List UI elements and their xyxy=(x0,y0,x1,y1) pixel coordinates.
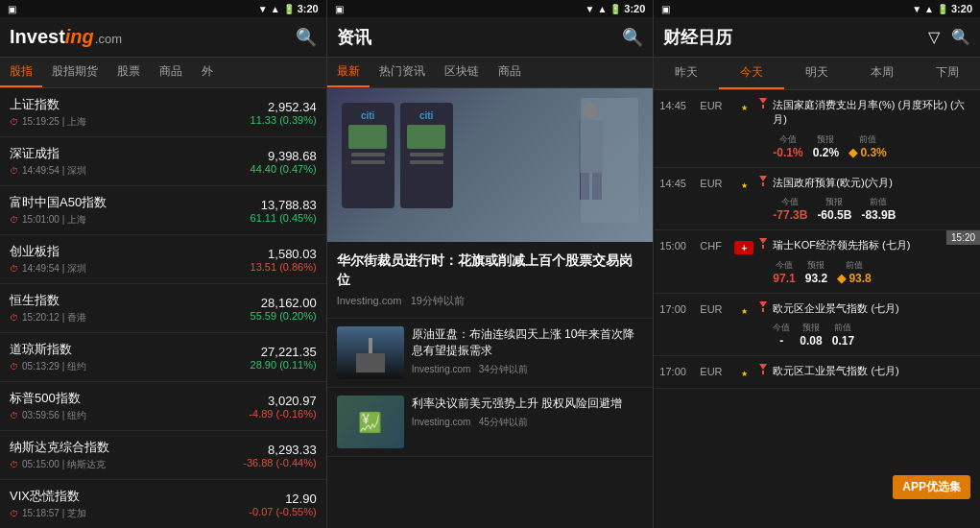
tab-this-week[interactable]: 本周 xyxy=(849,58,915,89)
cal-indicator-4 xyxy=(759,364,767,374)
stock-price-3: 1,580.03 xyxy=(268,247,317,261)
cal-values-0: 今值 -0.1% 预报 0.2% 前值 ◆ 0.3% xyxy=(773,133,974,159)
stock-item[interactable]: VIX恐慌指数 ⏱ 15:18:57 | 芝加 12.90 -0.07 (-0.… xyxy=(0,480,326,528)
cal-event-3[interactable]: 17:00 EUR 欧元区企业景气指数 (七月) 今值 - 预报 0.08 xyxy=(654,294,980,356)
tab-commodities-news[interactable]: 商品 xyxy=(489,58,531,87)
cal-title-2: 瑞士KOF经济领先指标 (七月) xyxy=(773,238,974,252)
cal-val-label-0-0: 今值 xyxy=(779,133,797,146)
small-article-1[interactable]: 原油亚盘：布油连续四天上涨 10年来首次降息有望提振需求 Investing.c… xyxy=(327,319,654,388)
cal-event-0[interactable]: 14:45 EUR 法国家庭消费支出月率(%) (月度环比) (六月) 今值 -… xyxy=(654,90,980,168)
main-source: Investing.com 19分钟以前 xyxy=(337,294,644,308)
stock-name-6: 标普500指数 xyxy=(10,390,86,407)
stock-right-0: 2,952.34 11.33 (0.39%) xyxy=(251,100,317,126)
status-left-icon-2: ▣ xyxy=(335,4,344,14)
stock-price-8: 12.90 xyxy=(285,492,317,506)
cal-event-1[interactable]: 14:45 EUR 法国政府预算(欧元)(六月) 今值 -77.3B 预报 -6… xyxy=(654,168,980,230)
cal-arrow-down-0 xyxy=(759,98,767,104)
clock-icon-1: ⏱ xyxy=(10,166,18,176)
stock-item[interactable]: 恒生指数 ⏱ 15:20:12 | 香港 28,162.00 55.59 (0.… xyxy=(0,284,326,333)
stock-meta-2: ⏱ 15:01:00 | 上海 xyxy=(10,213,107,227)
cal-title-4: 欧元区工业景气指数 (七月) xyxy=(773,364,974,378)
stock-price-5: 27,221.35 xyxy=(261,345,317,359)
cal-val-1-1: 预报 -60.5B xyxy=(817,196,851,222)
tab-futures[interactable]: 股指期货 xyxy=(42,58,108,87)
news-title: 资讯 xyxy=(337,26,371,49)
tab-blockchain[interactable]: 区块链 xyxy=(435,58,489,87)
search-icon-3[interactable]: 🔍 xyxy=(951,28,970,46)
stock-name-1: 深证成指 xyxy=(10,145,86,162)
stock-item[interactable]: 上证指数 ⏱ 15:19:25 | 上海 2,952.34 11.33 (0.3… xyxy=(0,88,326,137)
status-left-icon-3: ▣ xyxy=(661,4,670,14)
tab-stocks[interactable]: 股票 xyxy=(108,58,150,87)
stock-price-1: 9,398.68 xyxy=(268,149,317,163)
search-icon-1[interactable]: 🔍 xyxy=(296,27,317,48)
stock-right-5: 27,221.35 28.90 (0.11%) xyxy=(251,345,317,371)
tab-stock-index[interactable]: 股指 xyxy=(0,58,42,87)
stock-item[interactable]: 深证成指 ⏱ 14:49:54 | 深圳 9,398.68 44.40 (0.4… xyxy=(0,137,326,186)
tab-latest[interactable]: 最新 xyxy=(327,58,370,87)
cal-event-wrapper-3: 17:00 EUR 欧元区企业景气指数 (七月) 今值 - 预报 0.08 xyxy=(654,294,980,356)
clock-icon-4: ⏱ xyxy=(10,313,18,323)
cal-flag-1 xyxy=(734,179,753,192)
small-article-2[interactable]: 💹 利率决议前美元强势上升 股权风险回避增 Investing.com 45分钟… xyxy=(327,388,654,457)
stock-change-0: 11.33 (0.39%) xyxy=(251,114,317,126)
cal-time-3: 17:00 xyxy=(659,301,694,315)
cal-val-label-2-1: 预报 xyxy=(807,259,825,272)
tab-more[interactable]: 外 xyxy=(192,58,223,87)
stock-item[interactable]: 创业板指 ⏱ 14:49:54 | 深圳 1,580.03 13.51 (0.8… xyxy=(0,235,326,284)
cal-event-wrapper-1: 14:45 EUR 法国政府预算(欧元)(六月) 今值 -77.3B 预报 -6… xyxy=(654,168,980,230)
stock-left-6: 标普500指数 ⏱ 03:59:56 | 纽约 xyxy=(10,390,86,422)
cal-currency-3: EUR xyxy=(700,301,729,315)
cal-event-2[interactable]: 15:00 CHF 瑞士KOF经济领先指标 (七月) 今值 97.1 预报 93… xyxy=(654,230,980,293)
logo: Investing .com xyxy=(10,26,122,48)
cal-arrow-down-1 xyxy=(759,176,767,181)
main-headline: 华尔街裁员进行时：花旗或削减上百个股票交易岗位 xyxy=(337,252,644,289)
cal-arrow-down-3 xyxy=(759,301,767,307)
cal-val-num-1-2: -83.9B xyxy=(861,208,896,222)
stock-right-4: 28,162.00 55.59 (0.20%) xyxy=(251,296,317,322)
thumb-forex: 💹 xyxy=(337,396,404,448)
signal-icon-3: ▲ xyxy=(924,4,934,14)
stock-left-8: VIX恐慌指数 ⏱ 15:18:57 | 芝加 xyxy=(10,488,86,520)
stock-item[interactable]: 富时中国A50指数 ⏱ 15:01:00 | 上海 13,788.83 61.1… xyxy=(0,186,326,235)
stock-meta-7: ⏱ 05:15:00 | 纳斯达克 xyxy=(10,458,109,471)
cal-time-4: 17:00 xyxy=(659,364,694,377)
tab-hot[interactable]: 热门资讯 xyxy=(370,58,435,87)
cal-event-wrapper-0: 14:45 EUR 法国家庭消费支出月率(%) (月度环比) (六月) 今值 -… xyxy=(654,90,980,168)
filter-icon[interactable]: ▽ xyxy=(928,28,940,46)
stock-left-3: 创业板指 ⏱ 14:49:54 | 深圳 xyxy=(10,243,86,276)
tab-today[interactable]: 今天 xyxy=(719,58,784,89)
stock-name-5: 道琼斯指数 xyxy=(10,341,86,358)
tab-yesterday[interactable]: 昨天 xyxy=(654,58,719,89)
tab-next-week[interactable]: 下周 xyxy=(915,58,980,89)
stock-item[interactable]: 纳斯达克综合指数 ⏱ 05:15:00 | 纳斯达克 8,293.33 -36.… xyxy=(0,431,326,480)
header-icons-3: ▽ 🔍 xyxy=(928,28,970,46)
cal-flag-2 xyxy=(734,241,753,254)
cal-time-2: 15:00 xyxy=(659,238,694,252)
stock-left-5: 道琼斯指数 ⏱ 05:13:29 | 纽约 xyxy=(10,341,86,373)
tab-tomorrow[interactable]: 明天 xyxy=(784,58,849,89)
header-1: Investing .com 🔍 xyxy=(0,17,326,58)
thumb-oil xyxy=(337,326,404,379)
stock-meta-1: ⏱ 14:49:54 | 深圳 xyxy=(10,164,86,178)
cal-val-label-0-1: 预报 xyxy=(817,133,834,146)
stock-item[interactable]: 道琼斯指数 ⏱ 05:13:29 | 纽约 27,221.35 28.90 (0… xyxy=(0,333,326,382)
cal-indicator-3 xyxy=(759,301,767,312)
cal-val-label-2-2: 前值 xyxy=(846,259,863,272)
cal-event-4[interactable]: 17:00 EUR 欧元区工业景气指数 (七月) xyxy=(654,356,980,389)
cal-currency-2: CHF xyxy=(700,238,729,252)
stock-meta-6: ⏱ 03:59:56 | 纽约 xyxy=(10,409,86,422)
stock-name-0: 上证指数 xyxy=(10,96,86,113)
cal-currency-1: EUR xyxy=(700,176,729,189)
search-icon-2[interactable]: 🔍 xyxy=(622,27,643,48)
stock-list: 上证指数 ⏱ 15:19:25 | 上海 2,952.34 11.33 (0.3… xyxy=(0,88,326,528)
cal-content-2: 瑞士KOF经济领先指标 (七月) 今值 97.1 预报 93.2 前值 ◆ 93… xyxy=(773,238,974,284)
cal-currency-4: EUR xyxy=(700,364,729,377)
stock-item[interactable]: 标普500指数 ⏱ 03:59:56 | 纽约 3,020.97 -4.89 (… xyxy=(0,382,326,431)
stock-price-7: 8,293.33 xyxy=(268,443,317,457)
app-container: ▣ ▼ ▲ 🔋 3:20 Investing .com 🔍 股指 股指期货 股票 xyxy=(0,0,980,528)
tab-commodities[interactable]: 商品 xyxy=(150,58,192,87)
cal-arrow-bar-2 xyxy=(762,245,764,249)
main-article[interactable]: 华尔街裁员进行时：花旗或削减上百个股票交易岗位 Investing.com 19… xyxy=(327,242,654,319)
atm-screen-1 xyxy=(348,125,387,149)
